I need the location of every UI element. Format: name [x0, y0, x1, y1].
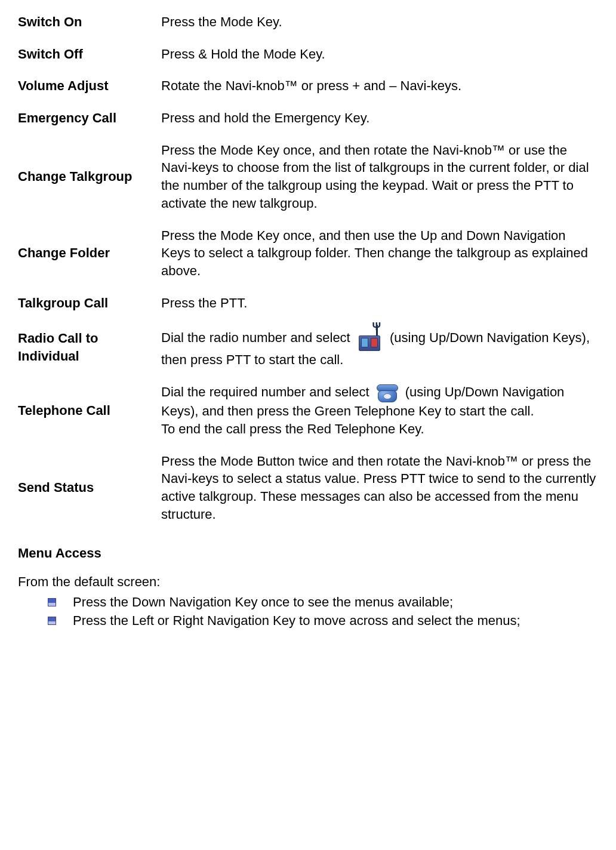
label-volume-adjust: Volume Adjust — [18, 70, 161, 102]
menu-access-intro: From the default screen: — [18, 573, 598, 591]
row-volume-adjust: Volume Adjust Rotate the Navi-knob™ or p… — [18, 70, 598, 102]
bullet-item-1: Press the Down Navigation Key once to se… — [18, 593, 598, 611]
row-talkgroup-call: Talkgroup Call Press the PTT. — [18, 287, 598, 319]
bullet-item-2: Press the Left or Right Navigation Key t… — [18, 612, 598, 630]
desc-switch-off: Press & Hold the Mode Key. — [161, 38, 598, 70]
row-radio-call: Radio Call to Individual Dial the radio … — [18, 319, 598, 376]
bullet-icon — [48, 617, 56, 625]
label-switch-on: Switch On — [18, 6, 161, 38]
row-send-status: Send Status Press the Mode Button twice … — [18, 445, 598, 531]
desc-emergency-call: Press and hold the Emergency Key. — [161, 102, 598, 134]
row-change-folder: Change Folder Press the Mode Key once, a… — [18, 220, 598, 287]
desc-volume-adjust: Rotate the Navi-knob™ or press + and – N… — [161, 70, 598, 102]
bullet-text-1: Press the Down Navigation Key once to se… — [73, 593, 598, 611]
desc-talkgroup-call: Press the PTT. — [161, 287, 598, 319]
label-change-folder: Change Folder — [18, 220, 161, 287]
bullet-text-2: Press the Left or Right Navigation Key t… — [73, 612, 598, 630]
label-telephone-call: Telephone Call — [18, 376, 161, 445]
desc-telephone-call: Dial the required number and select (usi… — [161, 376, 598, 445]
row-switch-off: Switch Off Press & Hold the Mode Key. — [18, 38, 598, 70]
row-emergency-call: Emergency Call Press and hold the Emerge… — [18, 102, 598, 134]
row-change-talkgroup: Change Talkgroup Press the Mode Key once… — [18, 134, 598, 220]
radio-device-icon: Ψ — [358, 326, 383, 351]
desc-send-status: Press the Mode Button twice and then rot… — [161, 445, 598, 531]
label-emergency-call: Emergency Call — [18, 102, 161, 134]
row-telephone-call: Telephone Call Dial the required number … — [18, 376, 598, 445]
radio-call-text-before: Dial the radio number and select — [161, 330, 354, 345]
bullet-icon — [48, 598, 56, 606]
desc-radio-call: Dial the radio number and select Ψ (usin… — [161, 319, 598, 376]
desc-change-talkgroup: Press the Mode Key once, and then rotate… — [161, 134, 598, 220]
menu-access-bullets: Press the Down Navigation Key once to se… — [18, 593, 598, 630]
label-switch-off: Switch Off — [18, 38, 161, 70]
menu-access-heading: Menu Access — [18, 544, 598, 562]
desc-switch-on: Press the Mode Key. — [161, 6, 598, 38]
row-switch-on: Switch On Press the Mode Key. — [18, 6, 598, 38]
telephone-text-before: Dial the required number and select — [161, 384, 373, 399]
operations-table: Switch On Press the Mode Key. Switch Off… — [18, 6, 598, 530]
label-radio-call: Radio Call to Individual — [18, 319, 161, 376]
telephone-icon — [377, 383, 398, 402]
telephone-text-after: To end the call press the Red Telephone … — [161, 421, 424, 436]
desc-change-folder: Press the Mode Key once, and then use th… — [161, 220, 598, 287]
label-talkgroup-call: Talkgroup Call — [18, 287, 161, 319]
label-send-status: Send Status — [18, 445, 161, 531]
label-change-talkgroup: Change Talkgroup — [18, 134, 161, 220]
